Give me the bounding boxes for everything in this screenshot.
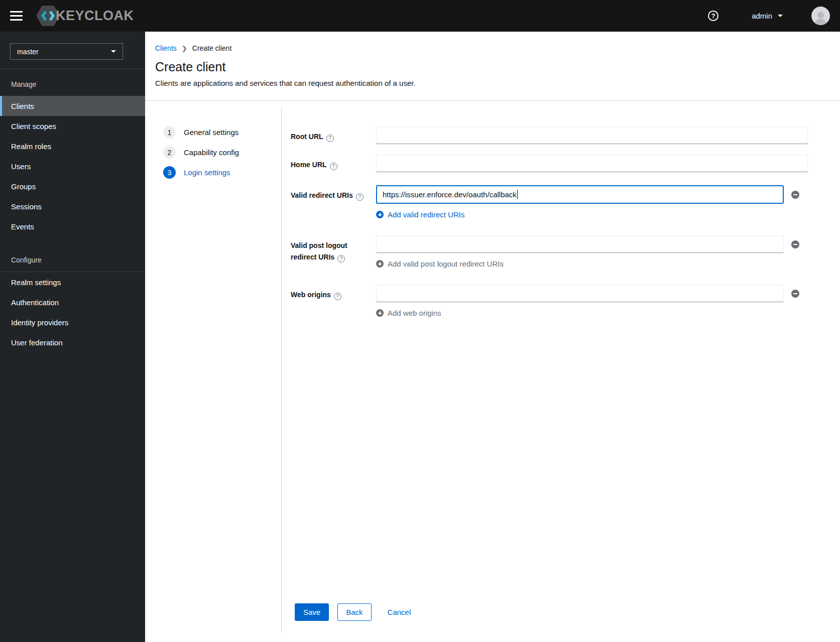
valid-redirect-uris-label: Valid redirect URIs (291, 191, 353, 199)
add-post-logout-uri-button: Add valid post logout redirect URIs (376, 260, 504, 268)
page-title: Create client (155, 60, 840, 74)
brand-wordmark: KEYCLOAK (56, 8, 134, 24)
valid-redirect-uri-input[interactable]: https://issuer.enforce.dev/oauth/callbac… (376, 185, 784, 204)
remove-web-origin-button[interactable] (791, 290, 799, 298)
sidebar-item-clients[interactable]: Clients (0, 96, 145, 116)
person-icon (814, 11, 827, 25)
avatar[interactable] (811, 7, 830, 25)
wizard-step-login-settings[interactable]: 3 Login settings (163, 166, 281, 179)
sidebar-item-realm-roles[interactable]: Realm roles (0, 136, 145, 156)
user-menu[interactable]: admin (752, 12, 783, 20)
text-cursor (517, 190, 518, 199)
sidebar-item-users[interactable]: Users (0, 156, 145, 176)
post-logout-uri-input[interactable] (376, 235, 784, 253)
page-header: Clients ❯ Create client Create client Cl… (145, 32, 840, 101)
help-icon[interactable]: ? (708, 11, 718, 21)
sidebar-item-events[interactable]: Events (0, 216, 145, 236)
configure-nav: Realm settings Authentication Identity p… (0, 272, 145, 352)
home-url-input[interactable] (376, 155, 808, 172)
keycloak-logo: KEYCLOAK (36, 6, 134, 26)
form-row-post-logout-redirect-uris: Valid post logout redirect URIs? Add val… (291, 235, 840, 268)
add-web-origin-button: Add web origins (376, 309, 441, 317)
back-button[interactable]: Back (337, 603, 371, 621)
breadcrumb: Clients ❯ Create client (155, 44, 840, 52)
nav-toggle-icon[interactable] (10, 11, 23, 21)
sidebar-item-identity-providers[interactable]: Identity providers (0, 312, 145, 332)
manage-nav: Clients Client scopes Realm roles Users … (0, 96, 145, 236)
help-icon[interactable]: ? (356, 193, 364, 201)
sidebar-item-groups[interactable]: Groups (0, 176, 145, 196)
nav-group-configure: Configure (0, 236, 145, 265)
step-number: 3 (163, 166, 176, 179)
user-name: admin (752, 12, 772, 20)
page-description: Clients are applications and services th… (155, 79, 840, 87)
login-settings-form: Root URL? Home URL? Vali (282, 101, 840, 642)
breadcrumb-clients-link[interactable]: Clients (155, 44, 177, 52)
form-row-home-url: Home URL? (291, 155, 840, 172)
help-icon[interactable]: ? (330, 163, 337, 170)
help-icon[interactable]: ? (334, 293, 341, 300)
home-url-label: Home URL (291, 161, 327, 169)
sidebar-item-client-scopes[interactable]: Client scopes (0, 116, 145, 136)
chevron-down-icon (778, 15, 783, 17)
wizard-step-general-settings[interactable]: 1 General settings (163, 126, 281, 139)
sidebar-item-user-federation[interactable]: User federation (0, 332, 145, 352)
breadcrumb-current: Create client (192, 44, 232, 52)
step-number: 2 (163, 146, 176, 159)
realm-selector[interactable]: master (10, 43, 123, 60)
root-url-input[interactable] (376, 126, 808, 144)
save-button[interactable]: Save (295, 603, 329, 621)
sidebar: master Manage Clients Client scopes Real… (0, 32, 145, 642)
form-actions: Save Back Cancel (291, 603, 840, 642)
help-icon[interactable]: ? (337, 255, 345, 263)
sidebar-item-realm-settings[interactable]: Realm settings (0, 272, 145, 292)
chevron-right-icon: ❯ (182, 45, 187, 52)
wizard-step-capability-config[interactable]: 2 Capability config (163, 146, 281, 159)
realm-name: master (17, 48, 39, 56)
form-row-valid-redirect-uris: Valid redirect URIs? https://issuer.enfo… (291, 185, 840, 219)
remove-redirect-uri-button[interactable] (791, 191, 799, 199)
valid-redirect-uri-value: https://issuer.enforce.dev/oauth/callbac… (383, 190, 517, 199)
web-origins-label: Web origins (291, 291, 331, 299)
masthead: KEYCLOAK ? admin (0, 0, 840, 32)
step-number: 1 (163, 126, 176, 139)
wizard-steps-nav: 1 General settings 2 Capability config 3… (145, 101, 281, 642)
plus-circle-icon (376, 211, 384, 218)
plus-circle-icon (376, 260, 384, 268)
nav-group-manage: Manage (0, 69, 145, 89)
help-icon[interactable]: ? (326, 135, 334, 142)
chevron-down-icon (111, 50, 116, 53)
sidebar-item-sessions[interactable]: Sessions (0, 196, 145, 216)
form-row-root-url: Root URL? (291, 126, 840, 144)
add-valid-redirect-uri-button[interactable]: Add valid redirect URIs (376, 210, 464, 219)
plus-circle-icon (376, 309, 384, 317)
cancel-button[interactable]: Cancel (388, 603, 411, 621)
sidebar-item-authentication[interactable]: Authentication (0, 292, 145, 312)
root-url-label: Root URL (291, 133, 323, 141)
web-origins-input[interactable] (376, 285, 784, 302)
main-content: Clients ❯ Create client Create client Cl… (145, 32, 840, 642)
form-row-web-origins: Web origins? Add web origins (291, 285, 840, 317)
remove-post-logout-uri-button[interactable] (791, 240, 799, 248)
